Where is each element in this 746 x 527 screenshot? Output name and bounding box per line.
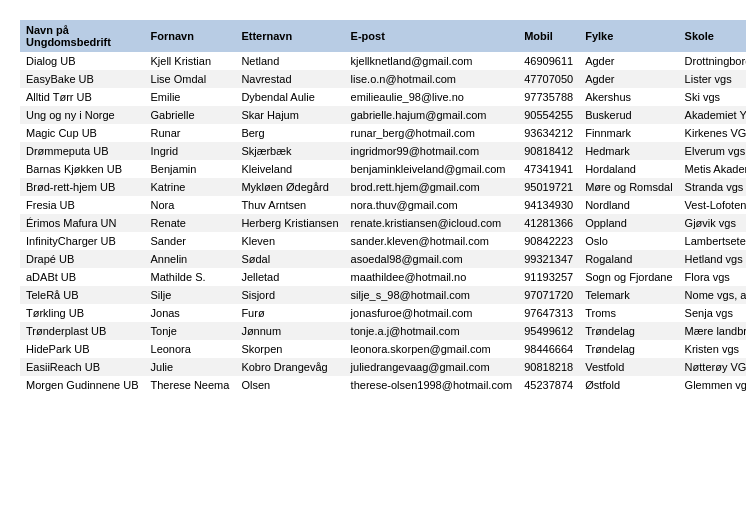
table-cell: runar_berg@hotmail.com <box>345 124 519 142</box>
table-cell: silje_s_98@hotmail.com <box>345 286 519 304</box>
table-cell: sander.kleven@hotmail.com <box>345 232 519 250</box>
table-cell: Ingrid <box>145 142 236 160</box>
column-header: Fornavn <box>145 20 236 52</box>
table-cell: Stranda vgs <box>679 178 746 196</box>
table-cell: Senja vgs <box>679 304 746 322</box>
table-cell: 97735788 <box>518 88 579 106</box>
table-cell: Barnas Kjøkken UB <box>20 160 145 178</box>
table-cell: InfinityCharger UB <box>20 232 145 250</box>
table-cell: Mykløen Ødegård <box>235 178 344 196</box>
table-header-row: Navn på UngdomsbedriftFornavnEtternavnE-… <box>20 20 746 52</box>
column-header: E-post <box>345 20 519 52</box>
table-cell: Flora vgs <box>679 268 746 286</box>
table-cell: tonje.a.j@hotmail.com <box>345 322 519 340</box>
table-row: Drømmeputa UBIngridSkjærbækingridmor99@h… <box>20 142 746 160</box>
table-cell: Rogaland <box>579 250 678 268</box>
table-cell: EasiiReach UB <box>20 358 145 376</box>
table-cell: Dialog UB <box>20 52 145 70</box>
table-cell: Agder <box>579 52 678 70</box>
table-cell: 47707050 <box>518 70 579 88</box>
table-cell: Hetland vgs <box>679 250 746 268</box>
table-cell: Runar <box>145 124 236 142</box>
table-cell: 90818412 <box>518 142 579 160</box>
table-cell: emilieaulie_98@live.no <box>345 88 519 106</box>
table-cell: 93634212 <box>518 124 579 142</box>
table-cell: therese-olsen1998@hotmail.com <box>345 376 519 394</box>
table-cell: Østfold <box>579 376 678 394</box>
table-cell: 41281366 <box>518 214 579 232</box>
table-cell: Navrestad <box>235 70 344 88</box>
table-cell: Magic Cup UB <box>20 124 145 142</box>
table-cell: 47341941 <box>518 160 579 178</box>
table-cell: Thuv Arntsen <box>235 196 344 214</box>
table-row: Alltid Tørr UBEmilieDybendal Aulieemilie… <box>20 88 746 106</box>
table-cell: Alltid Tørr UB <box>20 88 145 106</box>
table-cell: Dybendal Aulie <box>235 88 344 106</box>
table-cell: Kleiveland <box>235 160 344 178</box>
table-row: Magic Cup UBRunarBergrunar_berg@hotmail.… <box>20 124 746 142</box>
table-row: Fresia UBNoraThuv Arntsennora.thuv@gmail… <box>20 196 746 214</box>
table-cell: TeleRå UB <box>20 286 145 304</box>
table-cell: brod.rett.hjem@gmail.com <box>345 178 519 196</box>
table-cell: 98446664 <box>518 340 579 358</box>
table-cell: Leonora <box>145 340 236 358</box>
table-cell: Gabrielle <box>145 106 236 124</box>
table-row: HidePark UBLeonoraSkorpenleonora.skorpen… <box>20 340 746 358</box>
table-cell: Herberg Kristiansen <box>235 214 344 232</box>
table-cell: Drapé UB <box>20 250 145 268</box>
table-cell: Berg <box>235 124 344 142</box>
table-cell: Kirkenes VGS <box>679 124 746 142</box>
table-cell: asoedal98@gmail.com <box>345 250 519 268</box>
table-row: Morgen Gudinnene UBTherese NeemaOlsenthe… <box>20 376 746 394</box>
table-cell: Nøtterøy VGS <box>679 358 746 376</box>
table-cell: juliedrangevaag@gmail.com <box>345 358 519 376</box>
table-cell: maathildee@hotmail.no <box>345 268 519 286</box>
table-cell: 99321347 <box>518 250 579 268</box>
table-cell: aDABt UB <box>20 268 145 286</box>
table-cell: Oppland <box>579 214 678 232</box>
table-row: InfinityCharger UBSanderKlevensander.kle… <box>20 232 746 250</box>
table-cell: Metis Akademiet VGS <box>679 160 746 178</box>
table-cell: gabrielle.hajum@gmail.com <box>345 106 519 124</box>
table-cell: Annelin <box>145 250 236 268</box>
table-row: Érimos Mafura UNRenateHerberg Kristianse… <box>20 214 746 232</box>
table-cell: Nordland <box>579 196 678 214</box>
table-cell: Trøndelag <box>579 322 678 340</box>
table-cell: nora.thuv@gmail.com <box>345 196 519 214</box>
table-row: EasiiReach UBJulieKobro Drangevågjuliedr… <box>20 358 746 376</box>
table-cell: Morgen Gudinnene UB <box>20 376 145 394</box>
table-cell: Hordaland <box>579 160 678 178</box>
table-cell: Buskerud <box>579 106 678 124</box>
table-cell: Drottningborg vgs <box>679 52 746 70</box>
table-cell: Skorpen <box>235 340 344 358</box>
table-row: Brød-rett-hjem UBKatrineMykløen Ødegårdb… <box>20 178 746 196</box>
table-cell: Kristen vgs <box>679 340 746 358</box>
table-cell: Katrine <box>145 178 236 196</box>
table-cell: 90818218 <box>518 358 579 376</box>
table-cell: Sødal <box>235 250 344 268</box>
table-cell: Sander <box>145 232 236 250</box>
table-cell: Gjøvik vgs <box>679 214 746 232</box>
table-cell: jonasfuroe@hotmail.com <box>345 304 519 322</box>
table-cell: Furø <box>235 304 344 322</box>
table-cell: Therese Neema <box>145 376 236 394</box>
table-cell: EasyBake UB <box>20 70 145 88</box>
table-row: Tørkling UBJonasFurøjonasfuroe@hotmail.c… <box>20 304 746 322</box>
table-cell: Lister vgs <box>679 70 746 88</box>
column-header: Mobil <box>518 20 579 52</box>
table-cell: Jelletad <box>235 268 344 286</box>
table-cell: Mære landbruksskole <box>679 322 746 340</box>
table-cell: Elverum vgs <box>679 142 746 160</box>
table-cell: Trønderplast UB <box>20 322 145 340</box>
table-cell: Érimos Mafura UN <box>20 214 145 232</box>
table-cell: Skar Hajum <box>235 106 344 124</box>
table-row: Trønderplast UBTonjeJønnumtonje.a.j@hotm… <box>20 322 746 340</box>
table-cell: Tonje <box>145 322 236 340</box>
table-cell: 94134930 <box>518 196 579 214</box>
table-row: aDABt UBMathilde S.Jelletadmaathildee@ho… <box>20 268 746 286</box>
table-cell: Jonas <box>145 304 236 322</box>
table-cell: Fresia UB <box>20 196 145 214</box>
table-cell: Agder <box>579 70 678 88</box>
table-cell: Akershus <box>579 88 678 106</box>
column-header: Navn på Ungdomsbedrift <box>20 20 145 52</box>
